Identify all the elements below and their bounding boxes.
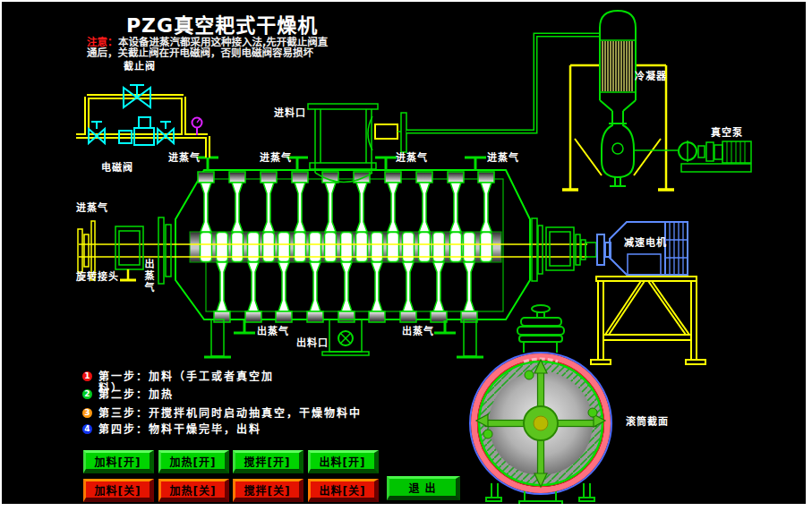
- label-discharge-outlet: 出料口: [296, 338, 329, 348]
- steam-piping: [76, 85, 208, 158]
- step-item-2: 2 第二步：加热: [82, 389, 174, 401]
- heat-off-button[interactable]: 加热[关]: [158, 479, 229, 502]
- exit-button[interactable]: 退 出: [387, 476, 460, 500]
- step-badge-1: 1: [82, 371, 92, 381]
- step-item-4: 4 第四步：物料干燥完毕，出料: [82, 424, 261, 436]
- pressure-gauge-icon: [192, 118, 202, 136]
- stir-off-button[interactable]: 搅拌[关]: [233, 479, 303, 502]
- label-vacuum-pump: 真空泵: [711, 128, 743, 138]
- step-text-2: 第二步：加热: [98, 389, 174, 401]
- notice-line2: 通后，关截止阀在开电磁阀，否则电磁阀容易损坏: [87, 47, 313, 58]
- label-steam-out-vertical: 出蒸气: [142, 259, 153, 294]
- step-badge-3: 3: [82, 408, 92, 418]
- label-steam-out: 出蒸气: [257, 327, 289, 336]
- step-badge-4: 4: [82, 424, 92, 434]
- drum-cross-section: [470, 305, 611, 504]
- label-drum-section: 滚筒截面: [626, 417, 669, 427]
- vapor-pipe: [406, 35, 601, 132]
- label-feed-inlet: 进料口: [274, 108, 306, 118]
- step-badge-2: 2: [82, 389, 92, 399]
- motor-stand: [591, 277, 705, 364]
- hmi-screen: PZG真空耙式干燥机 注意： 本设备进蒸汽都采用这种接入法,先开截止阀直 通后，…: [0, 0, 812, 511]
- label-gear-motor: 减速电机: [624, 238, 667, 248]
- label-condenser: 冷凝器: [635, 72, 667, 81]
- label-solenoid-valve: 电磁阀: [101, 163, 133, 173]
- section-lid: [517, 305, 564, 353]
- solenoid-valve-icon: [119, 117, 154, 145]
- discharge-port: [322, 319, 369, 355]
- label-steam-in: 进蒸气: [168, 153, 201, 163]
- condenser: [600, 11, 636, 122]
- step-text-4: 第四步：物料干燥完毕，出料: [98, 424, 261, 436]
- label-steam-in: 进蒸气: [260, 153, 292, 163]
- dryer-drum: [79, 158, 587, 357]
- inlet-valve-right-icon: [158, 122, 174, 143]
- label-steam-out: 出蒸气: [402, 327, 434, 336]
- hmi-canvas: PZG真空耙式干燥机 注意： 本设备进蒸汽都采用这种接入法,先开截止阀直 通后，…: [2, 2, 806, 504]
- label-steam-in: 进蒸气: [396, 153, 428, 163]
- label-steam-in: 进蒸气: [487, 153, 519, 163]
- drive-end-bearing: [532, 218, 596, 281]
- receiver-tank: [602, 122, 634, 186]
- label-steam-in: 进蒸气: [76, 203, 108, 213]
- feed-off-button[interactable]: 加料[关]: [83, 479, 154, 502]
- heat-on-button[interactable]: 加热[开]: [158, 450, 229, 473]
- feed-on-button[interactable]: 加料[开]: [83, 450, 154, 473]
- discharge-on-button[interactable]: 出料[开]: [308, 450, 379, 473]
- feed-hopper: [308, 104, 406, 173]
- page-title: PZG真空耙式干燥机: [126, 9, 318, 38]
- inlet-valve-left-icon: [89, 122, 105, 143]
- vacuum-pump: [634, 141, 751, 172]
- step-item-3: 3 第三步：开搅拌机同时启动抽真空，干燥物料中: [82, 408, 362, 420]
- step-text-3: 第三步：开搅拌机同时启动抽真空，干燥物料中: [98, 408, 362, 420]
- label-rotary-joint: 旋转接头: [76, 272, 119, 282]
- stir-on-button[interactable]: 搅拌[开]: [233, 450, 303, 473]
- condenser-tubes: [603, 41, 632, 91]
- discharge-off-button[interactable]: 出料[关]: [308, 479, 379, 502]
- label-shutoff-valve: 截止阀: [124, 62, 156, 72]
